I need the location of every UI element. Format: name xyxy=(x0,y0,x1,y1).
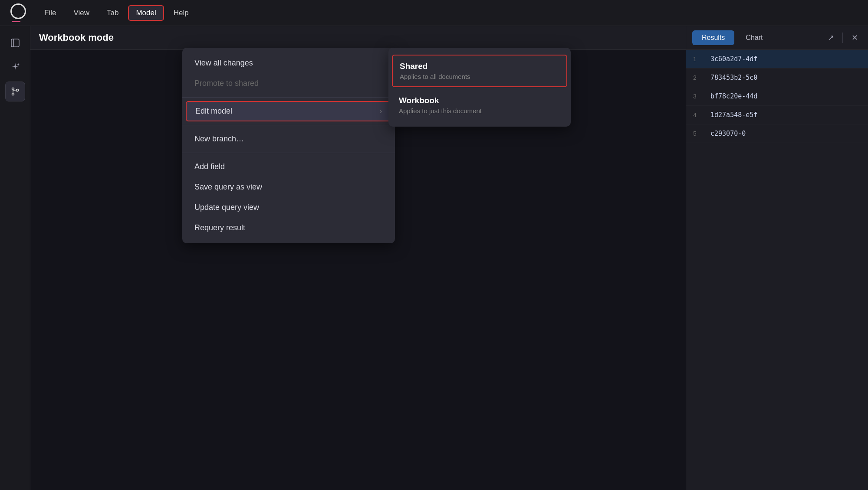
menu-item-view-all-changes[interactable]: View all changes xyxy=(182,53,395,73)
submenu-chevron-icon: › xyxy=(380,108,382,115)
header-icons: ↗ ✕ xyxy=(823,30,862,45)
table-row: 4 1d27a548-e5f xyxy=(686,106,868,124)
submenu-item-shared-title: Shared xyxy=(400,62,559,71)
toggle-sidebar-icon[interactable] xyxy=(5,33,25,53)
svg-point-2 xyxy=(12,88,14,90)
tab-results[interactable]: Results xyxy=(692,30,734,45)
menu-view[interactable]: View xyxy=(66,5,97,21)
row-number: 5 xyxy=(693,130,710,137)
menu-bar: File View Tab Model Help xyxy=(0,0,868,26)
row-value: 783453b2-5c0 xyxy=(710,74,757,82)
table-row: 1 3c60a2d7-4df xyxy=(686,50,868,69)
results-tabs: Results Chart xyxy=(692,30,772,45)
edit-model-submenu: Shared Applies to all documents Workbook… xyxy=(388,48,571,127)
submenu-item-workbook-desc: Applies to just this document xyxy=(399,107,560,114)
menu-item-add-field[interactable]: Add field xyxy=(182,157,395,177)
workbook-header: Workbook mode xyxy=(30,26,686,50)
workbook-title: Workbook mode xyxy=(39,32,114,43)
row-value: bf78c20e-44d xyxy=(710,92,757,100)
row-value: c293070-0 xyxy=(710,130,746,137)
edit-model-label: Edit model xyxy=(195,107,232,116)
row-number: 1 xyxy=(693,56,710,62)
menu-tab[interactable]: Tab xyxy=(99,5,126,21)
submenu-item-workbook-title: Workbook xyxy=(399,96,560,105)
menu-items: File View Tab Model Help xyxy=(36,5,197,21)
right-panel: Results Chart ↗ ✕ 1 3c60a2d7-4df 2 78345… xyxy=(686,26,868,490)
right-panel-header: Results Chart ↗ ✕ xyxy=(686,26,868,50)
app-logo xyxy=(9,3,28,23)
expand-icon[interactable]: ↗ xyxy=(823,30,838,45)
row-number: 4 xyxy=(693,111,710,118)
left-sidebar xyxy=(0,26,30,490)
tab-chart[interactable]: Chart xyxy=(736,30,772,45)
model-dropdown-menu: View all changes Promote to shared Edit … xyxy=(182,48,395,243)
header-divider xyxy=(842,33,843,43)
submenu-item-shared[interactable]: Shared Applies to all documents xyxy=(392,55,567,87)
branch-icon[interactable] xyxy=(5,82,25,101)
row-number: 2 xyxy=(693,74,710,81)
menu-item-save-query[interactable]: Save query as view xyxy=(182,177,395,197)
menu-item-edit-model[interactable]: Edit model › xyxy=(186,101,391,121)
row-value: 3c60a2d7-4df xyxy=(710,55,757,63)
menu-separator-2 xyxy=(182,125,395,125)
submenu-item-workbook[interactable]: Workbook Applies to just this document xyxy=(388,89,571,121)
svg-point-3 xyxy=(12,93,14,95)
ai-sparkle-icon[interactable] xyxy=(5,57,25,77)
menu-separator xyxy=(182,97,395,98)
menu-file[interactable]: File xyxy=(36,5,64,21)
table-row: 5 c293070-0 xyxy=(686,124,868,143)
menu-separator-3 xyxy=(182,153,395,153)
row-value: 1d27a548-e5f xyxy=(710,111,757,119)
table-row: 3 bf78c20e-44d xyxy=(686,87,868,106)
close-icon[interactable]: ✕ xyxy=(847,30,862,45)
submenu-item-shared-desc: Applies to all documents xyxy=(400,73,559,80)
menu-item-promote-to-shared: Promote to shared xyxy=(182,73,395,94)
table-row: 2 783453b2-5c0 xyxy=(686,69,868,87)
menu-item-new-branch[interactable]: New branch… xyxy=(182,129,395,149)
menu-model[interactable]: Model xyxy=(128,5,164,21)
results-table: 1 3c60a2d7-4df 2 783453b2-5c0 3 bf78c20e… xyxy=(686,50,868,490)
row-number: 3 xyxy=(693,93,710,100)
menu-help[interactable]: Help xyxy=(166,5,197,21)
svg-rect-0 xyxy=(11,39,19,47)
menu-item-requery-result[interactable]: Requery result xyxy=(182,218,395,238)
menu-item-update-query[interactable]: Update query view xyxy=(182,197,395,218)
